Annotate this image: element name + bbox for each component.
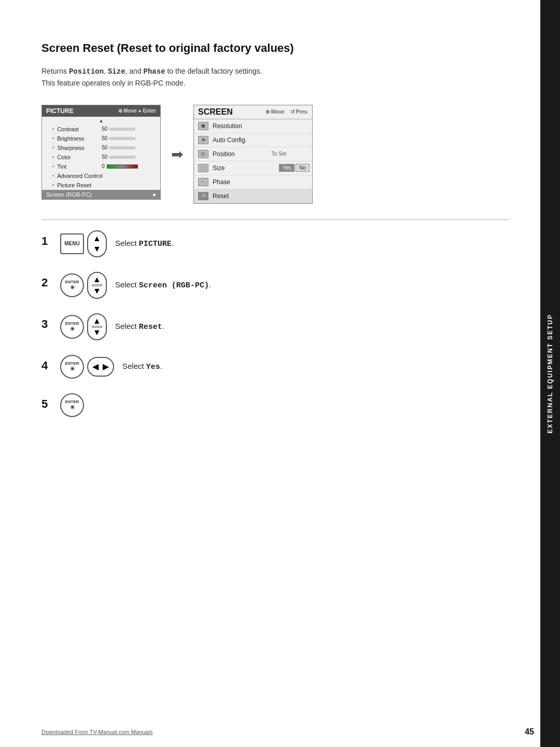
nav-up-arrow: ▲ — [93, 234, 101, 243]
keyword-position: Position — [69, 67, 104, 76]
step-2-keyword: Screen (RGB-PC) — [139, 281, 209, 290]
picture-item-color: • Color 50 — [42, 153, 160, 162]
step-4-text: Select Yes. — [122, 362, 162, 371]
nav-vertical-button-2[interactable]: ▲ ▼ — [87, 272, 107, 299]
desc-comma1: , — [104, 67, 108, 75]
step-3-number: 3 — [41, 317, 52, 331]
nav-down-arrow-3: ▼ — [93, 328, 101, 337]
keyword-size: Size — [108, 67, 125, 76]
picture-menu-title: PICTURE — [46, 107, 74, 115]
page-title: Screen Reset (Reset to original factory … — [41, 42, 509, 55]
menu-button[interactable]: MENU — [60, 233, 84, 254]
picture-menu-footer: Screen (RGB-PC) ● — [42, 190, 160, 199]
sidebar: EXTERNAL EQUIPMENT SETUP — [540, 0, 560, 747]
keyword-phase: Phase — [144, 67, 165, 76]
screen-item-autoconfig: ⊞ Auto Config. — [194, 133, 312, 147]
ui-demo: PICTURE ⊕ Move ● Enter ▲ • Contrast 50 •… — [41, 105, 509, 204]
picture-item-advanced: • Advanced Control — [42, 171, 160, 181]
desc-end: to the default factory settings. — [165, 67, 262, 75]
step-5-buttons: ENTER ✳ — [60, 393, 84, 417]
step-2-text: Select Screen (RGB-PC). — [115, 280, 211, 290]
nav-horizontal-button-4[interactable]: ◀ ▶ — [87, 357, 114, 377]
enter-button-5[interactable]: ENTER ✳ — [60, 393, 84, 417]
picture-menu: PICTURE ⊕ Move ● Enter ▲ • Contrast 50 •… — [41, 105, 161, 200]
step-3: 3 ENTER ✳ ▲ ▼ Select Reset. — [41, 313, 509, 340]
desc-returns: Returns — [41, 67, 69, 75]
picture-menu-header: PICTURE ⊕ Move ● Enter — [42, 105, 160, 117]
step-1-number: 1 — [41, 234, 52, 248]
arrow-right: ➡ — [171, 146, 183, 163]
step-1-buttons: MENU ▲ ▼ — [60, 230, 107, 257]
picture-item-contrast: • Contrast 50 — [42, 125, 160, 134]
screen-rgb-label: Screen (RGB-PC) — [46, 191, 92, 198]
yes-no-buttons: Yes No — [279, 164, 310, 172]
desc-line2: This feature operates only in RGB-PC mod… — [41, 79, 186, 87]
page-number: 45 — [525, 727, 534, 737]
sidebar-label: EXTERNAL EQUIPMENT SETUP — [547, 314, 554, 433]
step-3-keyword: Reset — [139, 323, 162, 331]
autoconfig-icon: ⊞ — [198, 136, 208, 144]
enter-button-4[interactable]: ENTER ✳ — [60, 355, 84, 379]
step-1: 1 MENU ▲ ▼ Select PICTURE. — [41, 230, 509, 257]
step-4-keyword: Yes — [146, 363, 160, 371]
nav-vertical-button-3[interactable]: ▲ ▼ — [87, 313, 107, 340]
reset-icon: ↺ — [198, 192, 208, 200]
screen-menu-controls: ⊕ Move ↺ Prev. — [265, 109, 308, 115]
nav-down-arrow: ▼ — [93, 244, 101, 254]
resolution-icon: ▦ — [198, 122, 208, 130]
screen-menu-header: SCREEN ⊕ Move ↺ Prev. — [194, 105, 312, 119]
screen-menu: SCREEN ⊕ Move ↺ Prev. ▦ Resolution ⊞ Aut… — [193, 105, 313, 204]
footer-link[interactable]: Downloaded From TV-Manual.com Manuals — [41, 729, 152, 735]
phase-icon: ~ — [198, 178, 208, 186]
step-3-text: Select Reset. — [115, 322, 164, 331]
to-set-label: To Set — [272, 151, 286, 157]
nav-up-arrow-3: ▲ — [93, 316, 101, 326]
nav-down-arrow-2: ▼ — [93, 286, 101, 296]
nav-vertical-button-1[interactable]: ▲ ▼ — [87, 230, 107, 257]
step-4-buttons: ENTER ✳ ◀ ▶ — [60, 355, 114, 379]
enter-button-3[interactable]: ENTER ✳ — [60, 315, 84, 339]
screen-item-size: ⬚ Size Yes No — [194, 161, 312, 175]
step-4-number: 4 — [41, 359, 52, 372]
main-content: Screen Reset (Reset to original factory … — [0, 0, 540, 747]
step-1-keyword: PICTURE — [139, 240, 172, 248]
nav-up-arrow-2: ▲ — [93, 275, 101, 284]
size-icon: ⬚ — [198, 164, 208, 172]
yes-button[interactable]: Yes — [279, 164, 295, 172]
steps-section: 1 MENU ▲ ▼ Select PICTURE. 2 ENTER ✳ ▲ — [41, 230, 509, 417]
step-2-number: 2 — [41, 276, 52, 289]
step-3-buttons: ENTER ✳ ▲ ▼ — [60, 313, 107, 340]
picture-item-tint: • Tint 0 — [42, 162, 160, 171]
nav-left-arrow-4: ◀ — [92, 362, 99, 371]
screen-item-position: ◫ Position To Set — [194, 147, 312, 161]
screen-menu-title: SCREEN — [198, 107, 233, 117]
picture-item-reset: • Picture Reset — [42, 181, 160, 190]
footer: Downloaded From TV-Manual.com Manuals 45 — [41, 727, 534, 737]
enter-button-2[interactable]: ENTER ✳ — [60, 273, 84, 297]
no-button[interactable]: No — [296, 164, 310, 172]
step-5: 5 ENTER ✳ — [41, 393, 509, 417]
step-5-number: 5 — [41, 397, 52, 411]
step-4: 4 ENTER ✳ ◀ ▶ Select Yes. — [41, 355, 509, 379]
screen-item-reset: ↺ Reset — [194, 189, 312, 203]
screen-item-phase: ~ Phase — [194, 175, 312, 189]
step-2: 2 ENTER ✳ ▲ ▼ Select Screen (RGB-PC). — [41, 272, 509, 299]
screen-item-resolution: ▦ Resolution — [194, 119, 312, 133]
nav-right-arrow-4: ▶ — [103, 362, 109, 371]
picture-item-brightness: • Brightness 50 — [42, 134, 160, 143]
description: Returns Position, Size, and Phase to the… — [41, 65, 509, 89]
step-1-text: Select PICTURE. — [115, 239, 174, 248]
position-icon: ◫ — [198, 150, 208, 158]
picture-menu-controls: ⊕ Move ● Enter — [118, 108, 157, 114]
desc-and: , and — [125, 67, 144, 75]
step-2-buttons: ENTER ✳ ▲ ▼ — [60, 272, 107, 299]
divider — [41, 219, 509, 220]
picture-item-sharpness: • Sharpness 50 — [42, 143, 160, 153]
